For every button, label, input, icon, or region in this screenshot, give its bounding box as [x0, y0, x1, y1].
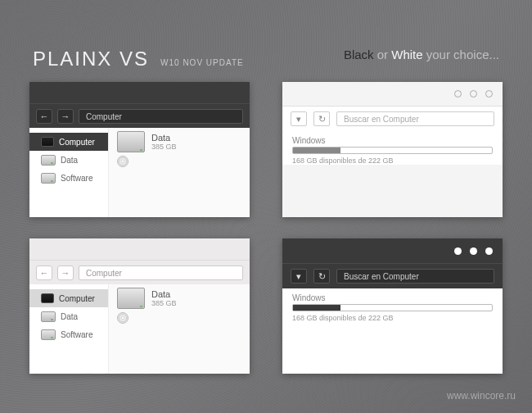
- folder-tree: Computer Data Software: [29, 128, 108, 217]
- computer-icon: [41, 137, 54, 147]
- refresh-button[interactable]: ↻: [313, 269, 330, 284]
- drive-item[interactable]: Data 385 GB: [109, 284, 250, 309]
- tree-item-computer[interactable]: Computer: [29, 289, 108, 307]
- address-bar[interactable]: Computer: [79, 266, 243, 280]
- search-input[interactable]: Buscar en Computer: [336, 269, 494, 284]
- theme-preview-dark-detail: ▾ ↻ Buscar en Computer Windows 168 GB di…: [282, 238, 503, 374]
- promo-tagline: Black or White your choice...: [344, 48, 499, 61]
- tree-label: Software: [61, 330, 92, 339]
- drive-name: Data: [151, 133, 177, 143]
- promo-title: PLAINX VS: [33, 48, 149, 70]
- search-input[interactable]: Buscar en Computer: [336, 111, 494, 126]
- window-minimize-button[interactable]: [454, 90, 462, 98]
- disc-icon: [117, 156, 128, 167]
- theme-preview-white-detail: ▾ ↻ Buscar en Computer Windows 168 GB di…: [282, 82, 503, 217]
- disc-item[interactable]: [109, 152, 250, 167]
- tree-item-data[interactable]: Data: [29, 307, 108, 325]
- tree-label: Computer: [59, 294, 95, 303]
- storage-subtext: 168 GB disponibles de 222 GB: [292, 314, 493, 322]
- view-toggle-button[interactable]: ▾: [291, 269, 307, 284]
- drive-size: 385 GB: [151, 299, 177, 307]
- theme-preview-dark-explorer: ← → Computer Computer Data Soft: [29, 82, 250, 217]
- volume-label: Windows: [292, 136, 493, 145]
- storage-bar: [292, 147, 493, 154]
- window-maximize-button[interactable]: [470, 90, 477, 98]
- drive-icon: [41, 155, 56, 166]
- tree-item-software[interactable]: Software: [29, 169, 108, 187]
- window-maximize-button[interactable]: [470, 247, 477, 255]
- tree-label: Software: [61, 174, 92, 183]
- tree-item-computer[interactable]: Computer: [29, 133, 108, 151]
- tree-label: Data: [61, 156, 78, 165]
- view-toggle-button[interactable]: ▾: [291, 111, 307, 126]
- address-bar[interactable]: Computer: [79, 109, 243, 124]
- window-minimize-button[interactable]: [454, 247, 462, 255]
- window-close-button[interactable]: [485, 90, 493, 98]
- storage-subtext: 168 GB disponibles de 222 GB: [292, 157, 493, 165]
- promo-header: PLAINX VS W10 NOV UPDATE Black or White …: [33, 48, 499, 70]
- drive-icon: [41, 329, 56, 340]
- tree-item-data[interactable]: Data: [29, 151, 108, 169]
- drive-icon: [41, 173, 56, 184]
- tree-label: Data: [61, 312, 78, 321]
- nav-forward-button[interactable]: →: [57, 266, 74, 280]
- storage-bar: [292, 304, 493, 311]
- drive-icon: [117, 131, 145, 152]
- computer-icon: [41, 293, 54, 303]
- tree-item-software[interactable]: Software: [29, 325, 108, 343]
- disc-item[interactable]: [109, 309, 250, 324]
- nav-back-button[interactable]: ←: [36, 266, 52, 280]
- disc-icon: [117, 312, 128, 324]
- window-close-button[interactable]: [485, 247, 493, 255]
- drive-icon: [41, 311, 56, 322]
- nav-back-button[interactable]: ←: [36, 109, 52, 124]
- drive-name: Data: [151, 289, 177, 299]
- theme-preview-white-explorer: ← → Computer Computer Data Soft: [29, 238, 250, 374]
- drive-item[interactable]: Data 385 GB: [109, 128, 250, 152]
- folder-tree: Computer Data Software: [29, 284, 108, 374]
- volume-label: Windows: [292, 293, 493, 302]
- promo-subtitle: W10 NOV UPDATE: [160, 58, 244, 67]
- refresh-button[interactable]: ↻: [313, 111, 330, 126]
- watermark-url: www.wincore.ru: [447, 390, 516, 402]
- nav-forward-button[interactable]: →: [57, 109, 74, 124]
- drive-icon: [117, 288, 145, 309]
- drive-size: 385 GB: [151, 143, 177, 151]
- tree-label: Computer: [59, 138, 95, 147]
